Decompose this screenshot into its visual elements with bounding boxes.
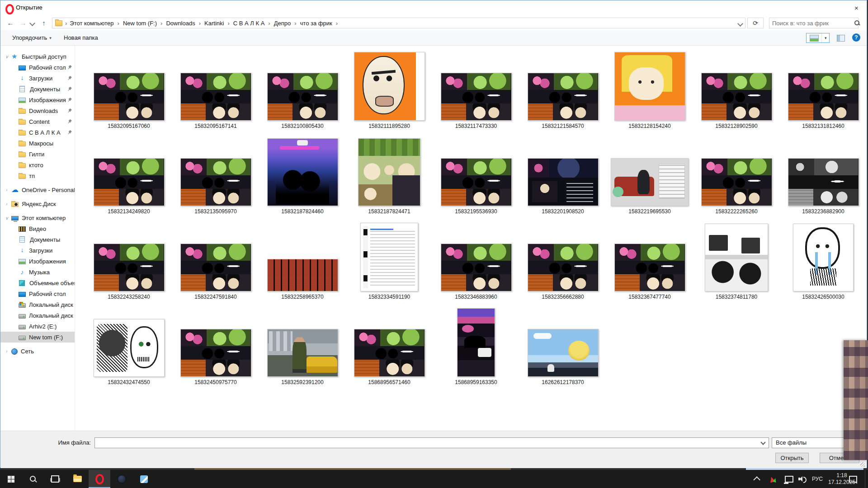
sidebar-item[interactable]: Макросы (0, 138, 75, 149)
file-item[interactable]: 15832356662880 (519, 216, 606, 301)
file-item[interactable]: 15832426500030 (780, 216, 867, 301)
expander-chevron-icon[interactable] (4, 216, 9, 221)
recent-locations-button[interactable] (28, 18, 36, 28)
sidebar-item[interactable]: Content (0, 116, 75, 127)
sidebar-item[interactable]: Видео (0, 223, 75, 234)
file-item[interactable]: 16262612178370 (519, 301, 606, 386)
breadcrumb-item[interactable]: Депро › (272, 20, 298, 27)
breadcrumb-item[interactable]: Downloads › (164, 20, 203, 27)
volume-tray-button[interactable] (798, 470, 807, 488)
sidebar-item[interactable]: OneDrive - Personal (0, 184, 75, 195)
file-item[interactable]: 15868956571460 (346, 301, 433, 386)
file-item[interactable]: 15832187824471 (346, 130, 433, 216)
sidebar-item[interactable]: Объемные объект (0, 277, 75, 288)
file-item[interactable]: 15832128154240 (606, 46, 693, 130)
file-item[interactable]: 15832243258240 (85, 216, 172, 301)
help-button[interactable]: ? (852, 33, 860, 42)
sidebar-item[interactable]: Downloads (0, 105, 75, 116)
filename-dropdown-icon[interactable] (758, 438, 769, 448)
new-folder-button[interactable]: Новая папка (60, 30, 102, 45)
search-icon[interactable] (854, 20, 860, 26)
sidebar-item[interactable]: New tom (F:) (0, 332, 75, 343)
file-item[interactable]: 15832374811780 (693, 216, 780, 301)
sidebar-item[interactable]: Рабочий стол (0, 288, 75, 299)
file-item[interactable]: 15832334591190 (346, 216, 433, 301)
file-item[interactable]: 15832117473330 (433, 46, 519, 130)
file-item[interactable]: 15832095167141 (172, 46, 259, 130)
view-mode-button[interactable]: ▾ (806, 33, 830, 43)
file-item[interactable]: 15832258965370 (259, 216, 346, 301)
task-view-button[interactable] (44, 470, 66, 488)
sidebar-item[interactable]: Изображения (0, 94, 75, 105)
sidebar-item[interactable]: С В А Л К А (0, 127, 75, 138)
preview-pane-button[interactable] (835, 33, 847, 43)
expander-chevron-icon[interactable] (4, 349, 9, 354)
file-item[interactable]: 15832247591840 (172, 216, 259, 301)
tray-chevron-button[interactable] (755, 470, 760, 488)
show-desktop-button[interactable] (865, 470, 868, 488)
taskbar-search-button[interactable] (22, 470, 44, 488)
file-explorer-button[interactable] (66, 470, 88, 488)
file-item[interactable]: 15832111895280 (346, 46, 433, 130)
breadcrumb-item[interactable]: New tom (F:) › (121, 20, 164, 27)
sidebar-item[interactable]: Быстрый доступ (0, 51, 75, 62)
photos-taskbar-button[interactable] (133, 470, 155, 488)
file-item[interactable]: 15832121584570 (519, 46, 606, 130)
sidebar-item[interactable]: тп (0, 170, 75, 181)
sidebar-item[interactable]: Сеть (0, 346, 75, 357)
file-item[interactable]: 15832095167060 (85, 46, 172, 130)
search-input[interactable] (769, 20, 854, 27)
file-item[interactable]: 15832592391200 (259, 301, 346, 386)
file-item[interactable]: 15832201908520 (519, 130, 606, 216)
file-item[interactable]: 15832131812460 (780, 46, 867, 130)
file-item[interactable]: 15868959163350 (433, 301, 519, 386)
forward-button[interactable]: → (18, 18, 28, 28)
browser-taskbar-button[interactable] (111, 470, 132, 488)
file-item[interactable]: 15832367477740 (606, 216, 693, 301)
sidebar-item[interactable]: Загрузки (0, 245, 75, 256)
file-item[interactable]: 15832128902590 (693, 46, 780, 130)
expander-chevron-icon[interactable] (4, 188, 9, 192)
file-item[interactable]: 15832135095970 (172, 130, 259, 216)
opera-taskbar-button[interactable] (89, 470, 110, 488)
organize-button[interactable]: Упорядочить▾ (9, 30, 55, 45)
address-bar[interactable]: › Этот компьютер › New tom (F:) › (52, 18, 745, 28)
sidebar-item[interactable]: Документы (0, 234, 75, 245)
open-button[interactable]: Открыть (775, 453, 809, 463)
filename-input[interactable] (95, 438, 758, 448)
address-dropdown-icon[interactable] (735, 19, 745, 28)
sidebar-item[interactable]: Рабочий стол (0, 62, 75, 73)
sidebar-item[interactable]: Яндекс.Диск (0, 198, 75, 209)
file-item[interactable]: 15832219695530 (606, 130, 693, 216)
filetype-select[interactable]: Все файлы (772, 437, 848, 448)
view-dropdown-icon[interactable]: ▾ (821, 33, 829, 42)
expander-chevron-icon[interactable] (4, 54, 9, 59)
sidebar-item[interactable]: Музыка (0, 267, 75, 277)
file-item[interactable]: 15832195536930 (433, 130, 519, 216)
breadcrumb-item[interactable]: Этот компьютер › (68, 20, 121, 27)
expander-chevron-icon[interactable] (4, 202, 9, 206)
refresh-button[interactable]: ⟳ (747, 18, 764, 28)
network-tray-button[interactable] (785, 470, 793, 488)
notification-center-button[interactable] (849, 470, 857, 488)
start-button[interactable] (0, 470, 22, 488)
breadcrumb-item[interactable]: что за фрик › (298, 20, 340, 27)
file-item[interactable]: 15832134249820 (85, 130, 172, 216)
sidebar-item[interactable]: Arhiv2 (E:) (0, 321, 75, 332)
resize-grip[interactable] (860, 462, 865, 467)
sidebar-item[interactable]: Локальный диск (C (0, 299, 75, 310)
tray-app-button[interactable] (769, 470, 777, 488)
sidebar-item[interactable]: Этот компьютер (0, 212, 75, 223)
sidebar-item[interactable]: Загрузки (0, 73, 75, 84)
file-item[interactable]: 15832450975770 (172, 301, 259, 386)
file-item[interactable]: 15832236882900 (780, 130, 867, 216)
breadcrumb-item[interactable]: С В А Л К А › (231, 20, 272, 27)
language-indicator[interactable]: РУС (812, 470, 823, 488)
up-button[interactable]: ↑ (38, 18, 49, 28)
sidebar-item[interactable]: ктото (0, 160, 75, 170)
sidebar-item[interactable]: Гилти (0, 149, 75, 160)
file-item[interactable]: 15832100805430 (259, 46, 346, 130)
sidebar-item[interactable]: Изображения (0, 256, 75, 267)
breadcrumb-item[interactable]: Kartinki › (203, 20, 231, 27)
file-item[interactable]: 15832346883960 (433, 216, 519, 301)
